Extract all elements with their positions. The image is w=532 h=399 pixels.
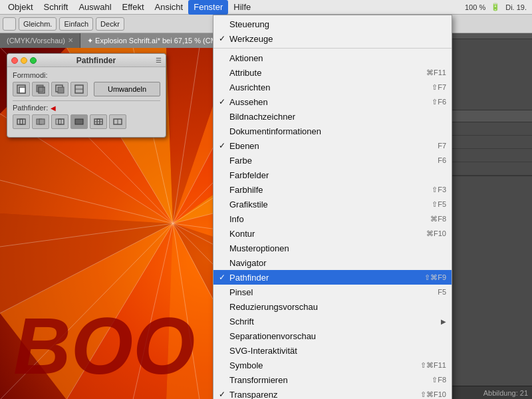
time-display: Di. 19. [503,3,529,11]
gleichm-label: Gleichm. [23,20,52,28]
label-transformieren: Transformieren [229,375,418,385]
label-dokumentinfo: Dokumentinformationen [229,126,446,136]
check-aussehen: ✓ [219,97,229,106]
pathfinder-btn-1[interactable] [13,114,30,129]
pathfinder-max-btn[interactable] [30,57,37,64]
toolbar-gleichm[interactable]: Gleichm. [19,17,57,31]
menu-item-symbole[interactable]: Symbole ⇧⌘F11 [213,358,452,372]
pathfinder-arrow: ◀ [51,104,56,112]
label-farbe: Farbe [229,156,424,166]
tab-cmyk-label: (CMYK/Vorschau) [7,33,65,48]
svg-line-31 [0,223,173,247]
menu-item-musteroptionen[interactable]: Musteroptionen [213,241,452,255]
label-attribute: Attribute [229,68,413,78]
toolbar-einfach[interactable]: Einfach [59,17,93,31]
menu-item-navigator[interactable]: Navigator [213,255,452,270]
menu-item-ebenen[interactable]: ✓ Ebenen F7 [213,138,452,153]
label-kontur: Kontur [229,229,413,239]
menu-item-schrift[interactable]: Schrift ▶ [213,314,452,329]
menu-item-pathfinder[interactable]: ✓ Pathfinder ⇧⌘F9 [213,270,452,285]
label-farbfelder: Farbfelder [229,170,446,180]
menu-item-dokumentinfo[interactable]: Dokumentinformationen [213,124,452,138]
pathfinder-btn-2[interactable] [32,114,49,129]
menu-item-aussehen[interactable]: ✓ Aussehen ⇧F6 [213,94,452,109]
menu-item-pinsel[interactable]: Pinsel F5 [213,285,452,299]
shortcut-transformieren: ⇧F8 [432,376,446,384]
formmodi-btn-1[interactable] [13,82,30,96]
label-aktionen: Aktionen [229,53,433,63]
zoom-level: 100 % [462,3,488,11]
label-symbole: Symbole [229,360,407,370]
menu-effekt[interactable]: Effekt [117,0,150,15]
menu-item-svg-interaktivitaet[interactable]: SVG-Interaktivität [213,343,452,358]
toolbar-select-box[interactable] [3,17,16,31]
shortcut-aussehen: ⇧F6 [432,98,446,106]
abbildung-label: Abbildung: 21 [483,389,528,397]
menu-item-bildnachzeichner[interactable]: Bildnachzeichner [213,109,452,124]
pathfinder-buttons [13,114,160,129]
shortcut-ausrichten: ⇧F7 [432,83,446,92]
label-grafikstile: Grafikstile [229,200,418,209]
menu-item-kontur[interactable]: Kontur ⌘F10 [213,226,452,241]
check-transparenz: ✓ [219,390,229,399]
menu-item-farbe[interactable]: Farbe F6 [213,153,452,168]
shortcut-kontur: ⌘F10 [426,229,446,238]
label-svg: SVG-Interaktivität [229,346,446,356]
menu-item-transformieren[interactable]: Transformieren ⇧F8 [213,372,452,387]
label-transparenz: Transparenz [229,390,407,400]
menu-item-separationenvorschau[interactable]: Separationenvorschau [213,329,452,343]
menu-item-grafikstile[interactable]: Grafikstile ⇧F5 [213,197,452,211]
formmodi-label: Formmodi: [13,71,160,79]
schrift-submenu-arrow: ▶ [441,318,446,325]
label-navigator: Navigator [229,258,446,268]
pathfinder-close-btn[interactable] [11,57,18,64]
formmodi-btn-2[interactable] [32,82,49,96]
menu-item-farbfelder[interactable]: Farbfelder [213,168,452,182]
pathfinder-min-btn[interactable] [21,57,27,64]
menu-item-info[interactable]: Info ⌘F8 [213,211,452,226]
menu-item-werkzeuge[interactable]: ✓ Werkzeuge [213,31,452,46]
boo-text: BOO [13,306,195,386]
pathfinder-btn-4[interactable] [70,114,88,129]
formmodi-btn-4[interactable] [70,82,88,96]
tab-cmyk-close[interactable]: ✕ [68,33,73,48]
check-pathfinder: ✓ [219,273,229,282]
menu-hilfe[interactable]: Hilfe [228,0,256,15]
menu-fenster[interactable]: Fenster [188,0,228,15]
deckr-label: Deckr [100,20,120,28]
shortcut-pathfinder: ⇧⌘F9 [424,273,446,282]
pathfinder-btn-3[interactable] [51,114,68,129]
check-werkzeuge: ✓ [219,34,229,43]
formmodi-btn-3[interactable] [51,82,68,96]
pathfinder-btn-6[interactable] [109,114,126,129]
pathfinder-btn-5[interactable] [90,114,107,129]
menu-item-farbhilfe[interactable]: Farbhilfe ⇧F3 [213,182,452,197]
label-ausrichten: Ausrichten [229,82,418,92]
pathfinder-menu-icon[interactable]: ☰ [156,57,162,64]
umwandeln-label: Umwandeln [108,85,146,93]
umwandeln-button[interactable]: Umwandeln [94,82,160,96]
label-werkzeuge: Werkzeuge [229,34,446,44]
tab-explosion-label: ✦ Explosion Schrift.ai* bei 67,15 % (CMY [87,33,221,48]
menu-item-reduzierungsvorschau[interactable]: Reduzierungsvorschau [213,299,452,314]
menu-item-attribute[interactable]: Attribute ⌘F11 [213,65,452,80]
menu-item-ausrichten[interactable]: Ausrichten ⇧F7 [213,80,452,94]
menu-ansicht[interactable]: Ansicht [150,0,189,15]
label-pinsel: Pinsel [229,287,424,297]
shortcut-farbhilfe: ⇧F3 [432,186,446,194]
tab-cmyk[interactable]: (CMYK/Vorschau) ✕ [0,33,80,48]
pathfinder-titlebar: Pathfinder ☰ [7,54,166,67]
check-ebenen: ✓ [219,141,229,150]
menu-item-steuerung[interactable]: Steuerung [213,17,452,31]
menu-objekt[interactable]: Objekt [3,0,39,15]
menu-item-transparenz[interactable]: ✓ Transparenz ⇧⌘F10 [213,387,452,399]
toolbar-deckr[interactable]: Deckr [96,17,124,31]
svg-line-30 [0,223,173,313]
label-info: Info [229,214,417,224]
menu-auswahl[interactable]: Auswahl [73,0,116,15]
menu-schrift[interactable]: Schrift [39,0,74,15]
shortcut-grafikstile: ⇧F5 [432,200,446,209]
menu-item-aktionen[interactable]: Aktionen [213,51,452,65]
svg-rect-39 [58,87,64,93]
label-pathfinder: Pathfinder [229,273,411,283]
